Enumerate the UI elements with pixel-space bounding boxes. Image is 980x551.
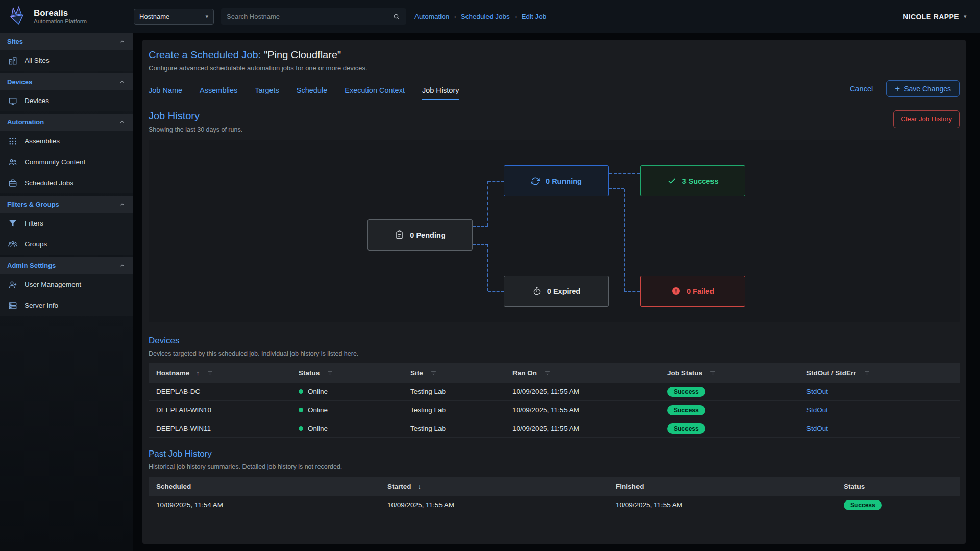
hostname-select[interactable]: Hostname ▾ bbox=[134, 9, 214, 25]
column-header-site[interactable]: Site bbox=[403, 369, 505, 377]
cell-scheduled: 10/09/2025, 11:54 AM bbox=[149, 501, 380, 509]
sort-asc-icon: ↑ bbox=[196, 369, 200, 377]
cell-ran-on: 10/09/2025, 11:55 AM bbox=[505, 388, 659, 395]
sidebar-item-scheduled-jobs[interactable]: Scheduled Jobs bbox=[0, 172, 133, 193]
column-label: Status bbox=[299, 369, 320, 377]
column-header-finished[interactable]: Finished bbox=[608, 483, 836, 490]
stdout-link[interactable]: StdOut bbox=[806, 424, 828, 432]
online-status-dot bbox=[299, 408, 303, 412]
status-badge: Success bbox=[844, 500, 882, 510]
column-header-ran-on[interactable]: Ran On bbox=[505, 369, 659, 377]
sidebar-section-filters-groups[interactable]: Filters & Groups bbox=[0, 196, 133, 213]
stdout-link[interactable]: StdOut bbox=[806, 388, 828, 395]
cell-job-status: Success bbox=[659, 423, 799, 434]
flow-box-failed[interactable]: 0 Failed bbox=[640, 276, 745, 307]
sidebar-item-groups[interactable]: Groups bbox=[0, 234, 133, 255]
sidebar-section-devices[interactable]: Devices bbox=[0, 73, 133, 90]
sidebar-section-sites[interactable]: Sites bbox=[0, 33, 133, 50]
sidebar-item-server-info[interactable]: Server Info bbox=[0, 295, 133, 316]
flow-box-label: 0 Failed bbox=[687, 287, 714, 295]
cell-hostname: DEEPLAB-WIN11 bbox=[149, 424, 291, 432]
tab-job-name[interactable]: Job Name bbox=[149, 86, 182, 100]
column-header-stdout-stderr[interactable]: StdOut / StdErr bbox=[799, 369, 960, 377]
cell-started: 10/09/2025, 11:55 AM bbox=[380, 501, 608, 509]
column-header-scheduled[interactable]: Scheduled bbox=[149, 483, 380, 490]
cell-job-status: Success bbox=[659, 405, 799, 415]
filter-icon[interactable] bbox=[430, 369, 437, 377]
column-header-status[interactable]: Status bbox=[836, 483, 960, 490]
sidebar-item-filters[interactable]: Filters bbox=[0, 213, 133, 234]
tab-targets[interactable]: Targets bbox=[255, 86, 279, 100]
column-header-started[interactable]: Started ↓ bbox=[380, 483, 608, 490]
user-menu[interactable]: NICOLE RAPPE ▾ bbox=[903, 13, 967, 21]
content-panel: Create a Scheduled Job:"Ping Cloudflare"… bbox=[142, 40, 966, 544]
filter-icon[interactable] bbox=[206, 369, 214, 377]
flow-box-running[interactable]: 0 Running bbox=[504, 165, 609, 196]
table-row: DEEPLAB-DC Online Testing Lab 10/09/2025… bbox=[149, 383, 960, 401]
cell-stdout: StdOut bbox=[799, 406, 960, 414]
sidebar-section-admin-settings[interactable]: Admin Settings bbox=[0, 257, 133, 274]
filter-icon[interactable] bbox=[326, 369, 334, 377]
sidebar-item-all-sites[interactable]: All Sites bbox=[0, 50, 133, 71]
brand[interactable]: Borealis Automation Platform bbox=[0, 0, 133, 33]
connector-line bbox=[624, 189, 625, 291]
sidebar-item-label: All Sites bbox=[24, 57, 50, 64]
connector-line bbox=[487, 181, 488, 226]
section-label: Filters & Groups bbox=[7, 201, 59, 208]
status-badge: Success bbox=[667, 423, 705, 434]
save-changes-button[interactable]: + Save Changes bbox=[886, 80, 960, 97]
section-label: Sites bbox=[7, 38, 23, 45]
sidebar-item-assemblies[interactable]: Assemblies bbox=[0, 131, 133, 152]
plus-icon: + bbox=[895, 84, 900, 93]
cell-status: Success bbox=[836, 500, 960, 510]
top-bar: Borealis Automation Platform Hostname ▾ … bbox=[0, 0, 980, 33]
filter-icon[interactable] bbox=[863, 369, 871, 377]
flow-box-expired[interactable]: 0 Expired bbox=[504, 276, 609, 307]
sidebar-item-label: Groups bbox=[24, 240, 47, 248]
job-status-flow-chart: 0 Pending 0 Running 3 Success bbox=[149, 140, 960, 322]
filter-icon[interactable] bbox=[544, 369, 551, 377]
flow-box-pending[interactable]: 0 Pending bbox=[368, 219, 473, 251]
sidebar-section-automation[interactable]: Automation bbox=[0, 114, 133, 131]
section-label: Automation bbox=[7, 118, 44, 126]
search-box[interactable] bbox=[221, 8, 406, 25]
breadcrumb-link-edit-job[interactable]: Edit Job bbox=[521, 13, 546, 20]
column-header-status[interactable]: Status bbox=[291, 369, 403, 377]
tab-job-history[interactable]: Job History bbox=[422, 86, 459, 100]
sidebar-item-devices[interactable]: Devices bbox=[0, 90, 133, 111]
column-header-hostname[interactable]: Hostname ↑ bbox=[149, 369, 291, 377]
clear-job-history-button[interactable]: Clear Job History bbox=[893, 110, 960, 128]
tab-execution-context[interactable]: Execution Context bbox=[345, 86, 405, 100]
error-icon bbox=[671, 286, 681, 296]
flow-box-success[interactable]: 3 Success bbox=[640, 165, 745, 196]
stdout-link[interactable]: StdOut bbox=[806, 406, 828, 414]
pending-icon bbox=[395, 230, 404, 240]
search-input[interactable] bbox=[227, 13, 393, 20]
connector-line bbox=[488, 291, 504, 292]
assemblies-icon bbox=[8, 137, 18, 146]
user-name: NICOLE RAPPE bbox=[903, 13, 959, 21]
filter-icon[interactable] bbox=[709, 369, 717, 377]
column-label: Scheduled bbox=[156, 483, 191, 490]
breadcrumb-link-automation[interactable]: Automation bbox=[414, 13, 449, 20]
online-status-dot bbox=[299, 426, 303, 431]
scheduled-jobs-icon bbox=[8, 179, 18, 188]
running-icon bbox=[531, 177, 540, 186]
page-subtitle: Configure advanced schedulable automatio… bbox=[149, 64, 960, 72]
borealis-logo-icon bbox=[6, 6, 29, 28]
section-label: Devices bbox=[7, 78, 32, 86]
sidebar-item-label: Filters bbox=[24, 219, 43, 227]
sidebar-item-community-content[interactable]: Community Content bbox=[0, 152, 133, 172]
tab-assemblies[interactable]: Assemblies bbox=[200, 86, 237, 100]
tab-schedule[interactable]: Schedule bbox=[297, 86, 327, 100]
breadcrumb-link-scheduled-jobs[interactable]: Scheduled Jobs bbox=[461, 13, 510, 20]
devices-table: Hostname ↑ Status Site bbox=[149, 363, 960, 438]
flow-box-label: 0 Expired bbox=[547, 287, 580, 295]
cell-status: Online bbox=[291, 388, 403, 395]
cancel-button[interactable]: Cancel bbox=[850, 85, 873, 93]
cell-finished: 10/09/2025, 11:55 AM bbox=[608, 501, 836, 509]
connector-line bbox=[473, 244, 488, 245]
sidebar-item-user-management[interactable]: User Management bbox=[0, 274, 133, 295]
column-header-job-status[interactable]: Job Status bbox=[659, 369, 799, 377]
sidebar-item-label: User Management bbox=[24, 281, 81, 288]
